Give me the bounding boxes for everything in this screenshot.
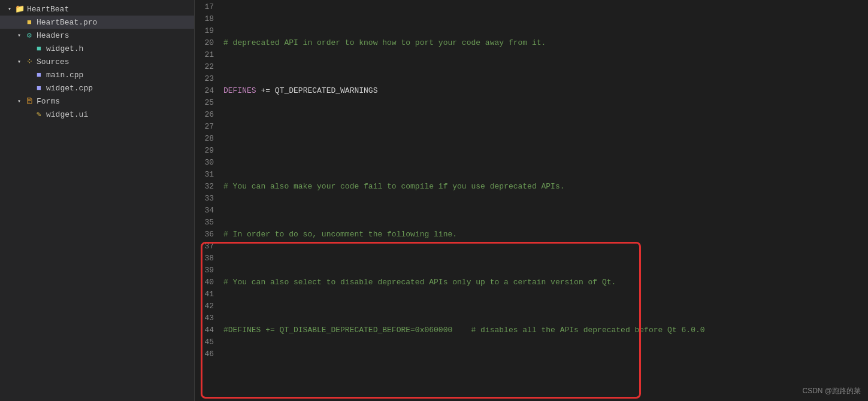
code-area: 17 18 19 20 21 22 23 24 25 26 27 28 29 3…	[195, 0, 868, 401]
sidebar-item-headers[interactable]: ▾ ⚙ Headers	[0, 29, 194, 42]
watermark: CSDN @跑路的菜	[802, 386, 861, 396]
sidebar: ▾ 📁 HeartBeat ▾ ■ HeartBeat.pro ▾ ⚙ Head…	[0, 0, 195, 401]
headers-folder-icon: ⚙	[24, 31, 35, 40]
h-file-icon: ■	[34, 44, 44, 53]
code-line-24	[223, 372, 868, 384]
pro-file-icon: ■	[24, 18, 35, 27]
expand-arrow: ▾	[5, 5, 14, 13]
sidebar-item-widget-cpp[interactable]: ▾ ■ widget.cpp	[0, 81, 194, 95]
sidebar-label: widget.cpp	[46, 84, 93, 93]
sidebar-label: Headers	[37, 31, 69, 40]
code-line-17: # deprecated API in order to know how to…	[223, 37, 868, 49]
sidebar-item-widget-h[interactable]: ▾ ■ widget.h	[0, 42, 194, 55]
code-line-20: # You can also make your code fail to co…	[223, 181, 868, 193]
sidebar-label: widget.h	[46, 44, 83, 53]
sidebar-item-forms[interactable]: ▾ 🖹 Forms	[0, 95, 194, 108]
code-content[interactable]: # deprecated API in order to know how to…	[219, 0, 868, 401]
sidebar-label: main.cpp	[46, 71, 83, 80]
sidebar-item-widget-ui[interactable]: ▾ ✎ widget.ui	[0, 108, 194, 121]
ui-file-icon: ✎	[34, 110, 44, 119]
sidebar-label: HeartBeat.pro	[37, 18, 97, 27]
forms-folder-icon: 🖹	[24, 97, 35, 106]
code-editor[interactable]: 17 18 19 20 21 22 23 24 25 26 27 28 29 3…	[195, 0, 868, 401]
sidebar-label: Sources	[37, 57, 69, 66]
expand-arrow: ▾	[14, 32, 24, 39]
sidebar-item-heartbeat-root[interactable]: ▾ 📁 HeartBeat	[0, 2, 194, 16]
code-line-18: DEFINES += QT_DEPRECATED_WARNINGS	[223, 85, 868, 97]
line-numbers: 17 18 19 20 21 22 23 24 25 26 27 28 29 3…	[195, 0, 219, 401]
sidebar-item-main-cpp[interactable]: ▾ ■ main.cpp	[0, 68, 194, 81]
expand-arrow: ▾	[14, 98, 24, 105]
sidebar-item-sources[interactable]: ▾ ⁘ Sources	[0, 55, 194, 68]
code-line-22: # You can also select to disable depreca…	[223, 277, 868, 288]
folder-icon: 📁	[14, 4, 25, 14]
sources-folder-icon: ⁘	[24, 57, 35, 66]
code-line-23: #DEFINES += QT_DISABLE_DEPRECATED_BEFORE…	[223, 324, 868, 336]
sidebar-label: widget.ui	[46, 110, 88, 119]
sidebar-label: HeartBeat	[27, 5, 69, 14]
sidebar-label: Forms	[37, 97, 60, 106]
cpp-file-icon2: ■	[34, 84, 44, 93]
code-line-21: # In order to do so, uncomment the follo…	[223, 229, 868, 241]
expand-arrow: ▾	[14, 58, 24, 65]
sidebar-item-heartbeat-pro[interactable]: ▾ ■ HeartBeat.pro	[0, 16, 194, 29]
cpp-file-icon: ■	[34, 71, 44, 80]
code-line-19	[223, 133, 868, 145]
